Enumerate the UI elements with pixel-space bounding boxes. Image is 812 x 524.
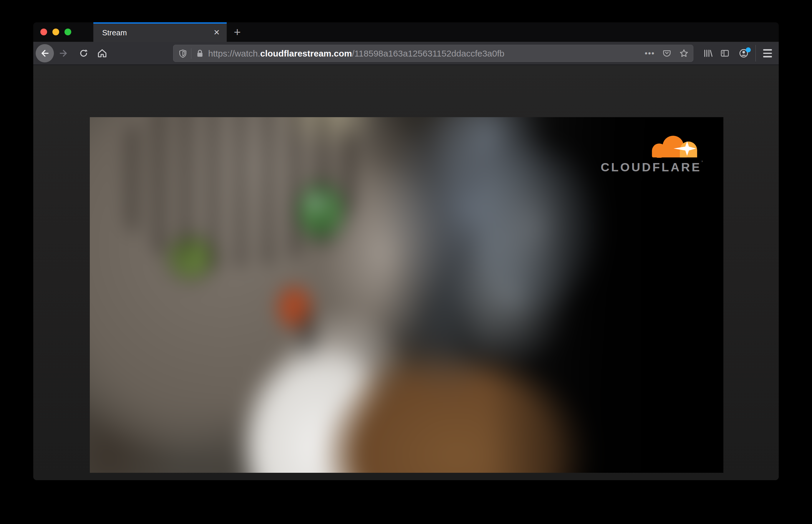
sidebar-button[interactable] xyxy=(718,46,732,60)
address-bar[interactable]: https://watch.cloudflarestream.com/11859… xyxy=(173,45,693,62)
window-controls xyxy=(40,29,71,35)
navigation-toolbar: https://watch.cloudflarestream.com/11859… xyxy=(33,42,779,65)
screen: Stream ✕ + xyxy=(0,0,812,524)
menu-button[interactable] xyxy=(761,46,775,60)
close-window-button[interactable] xyxy=(40,29,47,35)
address-bar-separator xyxy=(191,48,191,59)
cloudflare-trademark: ’ xyxy=(702,160,703,166)
url-path: /118598a163a125631152ddaccfe3a0fb xyxy=(352,49,505,58)
back-icon xyxy=(39,48,50,59)
back-button[interactable] xyxy=(36,44,54,62)
url-domain: cloudflarestream.com xyxy=(260,49,352,58)
url-text: https://watch.cloudflarestream.com/11859… xyxy=(208,45,504,62)
refresh-button[interactable] xyxy=(77,46,91,60)
video-player[interactable]: CLOUDFLARE’ xyxy=(90,117,724,473)
zoom-window-button[interactable] xyxy=(64,29,71,35)
tab-title: Stream xyxy=(102,22,127,42)
cloudflare-cloud-icon xyxy=(649,134,702,158)
cloudflare-wordmark: CLOUDFLARE xyxy=(601,161,701,174)
library-button[interactable] xyxy=(701,46,715,60)
tab-stream[interactable]: Stream ✕ xyxy=(93,22,227,42)
new-tab-button[interactable]: + xyxy=(230,26,244,39)
https-lock-icon[interactable] xyxy=(195,49,205,58)
forward-icon xyxy=(58,48,69,59)
cloudflare-logo: CLOUDFLARE’ xyxy=(601,134,703,173)
minimize-window-button[interactable] xyxy=(52,29,59,35)
page-actions-button[interactable]: ••• xyxy=(644,46,656,60)
address-bar-actions: ••• xyxy=(644,45,690,62)
browser-window: Stream ✕ + xyxy=(33,22,779,480)
home-icon xyxy=(97,48,108,59)
sidebar-icon xyxy=(720,48,730,58)
pocket-icon xyxy=(662,49,671,58)
forward-button[interactable] xyxy=(56,46,71,60)
page-content: CLOUDFLARE’ xyxy=(33,65,779,480)
tab-close-button[interactable]: ✕ xyxy=(211,27,222,38)
tab-bar: Stream ✕ + xyxy=(33,22,779,42)
account-notification-badge xyxy=(746,47,751,52)
pocket-button[interactable] xyxy=(661,46,673,60)
hamburger-menu-icon xyxy=(763,49,772,58)
url-prefix: https://watch. xyxy=(208,49,260,58)
star-icon xyxy=(679,48,689,58)
bookmark-star-button[interactable] xyxy=(678,46,690,60)
home-button[interactable] xyxy=(95,46,109,60)
toolbar-separator xyxy=(756,45,756,62)
refresh-icon xyxy=(79,48,88,58)
library-icon xyxy=(703,48,713,58)
tracking-protection-shield-icon[interactable] xyxy=(178,49,188,58)
